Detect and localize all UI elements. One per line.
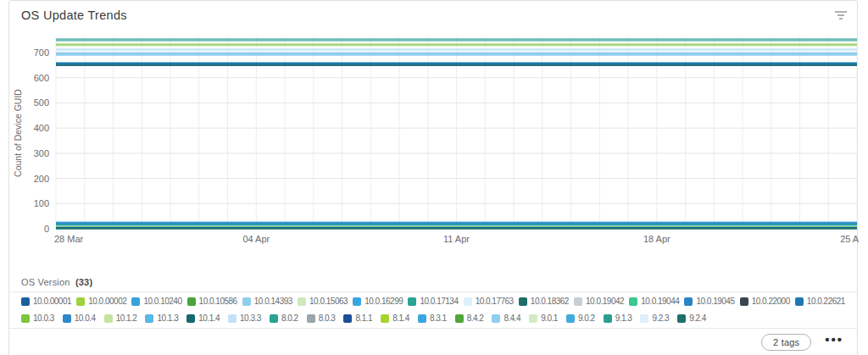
legend-item[interactable]: 10.0.3 [21,313,54,323]
legend-label: 10.0.4 [75,313,96,323]
legend-swatch [519,297,527,306]
legend-item[interactable]: 9.2.4 [677,313,706,323]
legend-item[interactable]: 10.1.3 [145,313,178,323]
legend-swatch [21,297,30,306]
legend-label: 10.1.3 [157,313,178,323]
legend-item[interactable]: 8.0.3 [307,313,336,323]
tags-button[interactable]: 2 tags [761,334,811,351]
legend-item[interactable]: 10.0.00002 [76,297,126,306]
legend-item[interactable]: 10.0.19042 [574,297,624,306]
legend-label: 10.0.22621 [807,297,845,306]
legend-label: 10.0.15063 [309,297,348,306]
legend-label: 8.4.4 [504,313,520,323]
legend-label: 8.3.1 [430,313,447,323]
legend-item[interactable]: 10.0.17763 [464,297,514,306]
legend-item[interactable]: 9.0.2 [566,313,595,323]
legend-swatch [228,314,236,323]
legend-label: 10.1.4 [198,313,220,323]
legend-swatch [629,297,637,306]
legend-item[interactable]: 9.1.3 [604,313,632,323]
legend-swatch [242,297,251,306]
legend-item[interactable]: 10.1.2 [104,313,137,323]
divider [9,291,857,292]
legend-item[interactable]: 10.0.14393 [242,297,292,306]
svg-text:18 Apr: 18 Apr [643,234,670,244]
legend-item[interactable]: 10.0.10240 [131,297,181,306]
svg-text:04 Apr: 04 Apr [242,234,270,244]
legend-item[interactable]: 10.0.4 [63,313,96,323]
filter-icon[interactable] [833,10,849,20]
legend-item[interactable]: 10.0.19044 [629,297,679,306]
legend-swatch [145,314,153,323]
legend-row: 10.0.0000110.0.0000210.0.1024010.0.10586… [21,296,845,307]
legend-header: OS Version (33) [21,277,92,287]
legend-item[interactable]: 8.4.2 [455,313,484,323]
legend-item[interactable]: 10.0.00001 [21,297,71,306]
legend-swatch [795,297,804,306]
legend-label: 10.0.18362 [531,297,569,306]
legend-label: 10.0.22000 [752,297,790,306]
legend-label: 10.0.16299 [364,297,403,306]
legend-swatch [343,314,352,323]
svg-text:11 Apr: 11 Apr [443,234,470,244]
legend-swatch [740,297,748,306]
svg-text:28 Mar: 28 Mar [54,234,84,244]
legend-row: 10.0.310.0.410.1.210.1.310.1.410.3.38.0.… [21,313,845,324]
legend-item[interactable]: 8.1.1 [343,313,372,323]
legend-label: 10.0.17134 [420,297,458,306]
svg-text:400: 400 [34,123,49,133]
svg-text:25 Apr: 25 Apr [840,234,859,244]
legend-item[interactable]: 9.0.1 [529,313,558,323]
legend-item[interactable]: 10.0.15063 [298,297,348,306]
svg-text:500: 500 [34,97,49,108]
legend-label: 10.0.00001 [33,297,71,306]
legend-item[interactable]: 8.3.1 [418,313,447,323]
svg-text:0: 0 [44,224,49,234]
legend-swatch [604,314,612,323]
widget-title: OS Update Trends [21,8,127,22]
legend-swatch [76,297,85,306]
legend-item[interactable]: 10.0.10586 [187,297,237,306]
legend-swatch [529,314,537,323]
legend-swatch [298,297,306,306]
svg-text:100: 100 [34,198,49,208]
svg-text:Count of Device GUID: Count of Device GUID [13,89,23,177]
legend-label: 9.0.1 [541,313,558,323]
legend-item[interactable]: 8.0.2 [270,313,298,323]
legend-item[interactable]: 10.0.22621 [795,297,845,306]
legend-swatch [418,314,426,323]
legend-item[interactable]: 8.4.4 [492,313,520,323]
os-update-trends-widget: OS Update Trends 01002003004005006007002… [8,0,858,355]
legend-label: 9.2.3 [652,313,669,323]
legend-item[interactable]: 10.1.4 [186,313,220,323]
svg-text:200: 200 [34,174,49,184]
legend-label: 10.0.10240 [143,297,181,306]
legend-label: 9.0.2 [578,313,595,323]
legend-label: 10.0.00002 [88,297,126,306]
legend-item[interactable]: 10.0.19045 [684,297,734,306]
legend-label: 10.0.3 [33,313,54,323]
legend-label: 8.0.3 [319,313,336,323]
legend-swatch [684,297,693,306]
legend-swatch [186,314,195,323]
legend-item[interactable]: 10.0.17134 [408,297,458,306]
legend-swatch [270,314,278,323]
legend-swatch [131,297,140,306]
legend-item[interactable]: 10.0.22000 [740,297,790,306]
legend: 10.0.0000110.0.0000210.0.1024010.0.10586… [21,296,845,330]
legend-item[interactable]: 10.0.16299 [353,297,403,306]
legend-item[interactable]: 9.2.3 [640,313,669,323]
legend-label: 8.0.2 [281,313,298,323]
legend-swatch [640,314,648,323]
widget-header: OS Update Trends [9,1,857,26]
legend-label: 9.1.3 [615,313,632,323]
legend-item[interactable]: 10.0.18362 [519,297,569,306]
legend-swatch [464,297,472,306]
legend-count: (33) [75,277,92,287]
legend-label: 10.0.10586 [199,297,237,306]
svg-text:600: 600 [34,73,49,83]
legend-item[interactable]: 8.1.4 [381,313,409,323]
widget-footer: 2 tags ••• [9,328,857,355]
legend-item[interactable]: 10.3.3 [228,313,261,323]
more-options-button[interactable]: ••• [825,333,843,346]
